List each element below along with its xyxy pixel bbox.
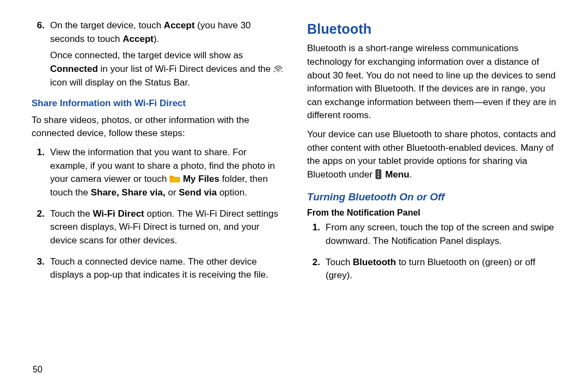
share-step-1: 1. View the information that you want to… [32,146,285,200]
bold-sendvia: Send via [179,187,217,198]
text: icon will display on the Status Bar. [50,77,190,88]
bold-connected: Connected [50,64,98,74]
page-number: 50 [33,363,42,376]
text: ). [154,34,159,44]
step-6: 6. On the target device, touch Accept (y… [32,19,285,46]
turning-bt-heading: Turning Bluetooth On or Off [307,189,561,205]
wifi-direct-icon [273,64,283,72]
manual-page: 6. On the target device, touch Accept (y… [0,0,588,392]
share-info-heading: Share Information with Wi-Fi Direct [32,97,285,111]
bold-share: Share, Share via, [91,187,166,198]
notification-panel-heading: From the Notification Panel [307,206,561,219]
bt-step-1: 1. From any screen, touch the top of the… [307,221,561,248]
text: Touch [326,257,353,267]
bluetooth-title: Bluetooth [307,19,561,39]
step-body: View the information that you want to sh… [50,146,285,200]
bold-accept: Accept [122,34,154,44]
bold-accept: Accept [164,20,195,30]
menu-icon [375,169,383,179]
svg-point-2 [378,171,379,173]
bluetooth-intro-2: Your device can use Bluetooth to share p… [307,128,561,182]
svg-point-4 [378,176,379,177]
bold-wifidirect: Wi-Fi Direct [93,209,144,219]
bold-bluetooth: Bluetooth [353,257,396,267]
step-body: Touch Bluetooth to turn Bluetooth on (gr… [326,256,561,283]
bold-myfiles: My Files [180,174,219,184]
step-body: On the target device, touch Accept (you … [50,19,285,46]
step-number: 1. [32,146,50,200]
share-intro: To share videos, photos, or other inform… [32,114,285,140]
share-steps-list: 1. View the information that you want to… [32,146,285,282]
text: Once connected, the target device will s… [50,50,243,60]
folder-icon [169,174,180,182]
left-column: 6. On the target device, touch Accept (y… [22,19,285,376]
svg-point-0 [278,71,279,72]
step-body: Touch the Wi-Fi Direct option. The Wi-Fi… [50,207,285,248]
step-number: 6. [32,19,50,46]
text: Your device can use Bluetooth to share p… [307,129,556,180]
share-step-2: 2. Touch the Wi-Fi Direct option. The Wi… [32,207,285,248]
right-column: Bluetooth Bluetooth is a short-range wir… [307,19,566,376]
text: On the target device, touch [50,20,164,30]
text: in your list of Wi-Fi Direct devices and… [98,64,273,74]
step-body: Touch a connected device name. The other… [50,255,285,282]
bluetooth-intro-1: Bluetooth is a short-range wireless comm… [307,42,561,122]
text: Touch the [50,209,93,219]
step-body: From any screen, touch the top of the sc… [326,221,561,248]
bt-steps-list: 1. From any screen, touch the top of the… [307,221,561,283]
bold-menu: Menu [383,169,409,180]
text: . [409,169,412,180]
svg-point-3 [378,174,379,175]
share-step-3: 3. Touch a connected device name. The ot… [32,255,285,282]
bt-step-2: 2. Touch Bluetooth to turn Bluetooth on … [307,256,561,283]
step-number: 2. [32,207,50,248]
step-number: 1. [307,221,326,248]
step-number: 2. [307,256,326,283]
connected-paragraph: Once connected, the target device will s… [32,49,285,89]
text: or [166,187,179,198]
step-number: 3. [32,255,50,282]
text: option. [217,187,247,198]
